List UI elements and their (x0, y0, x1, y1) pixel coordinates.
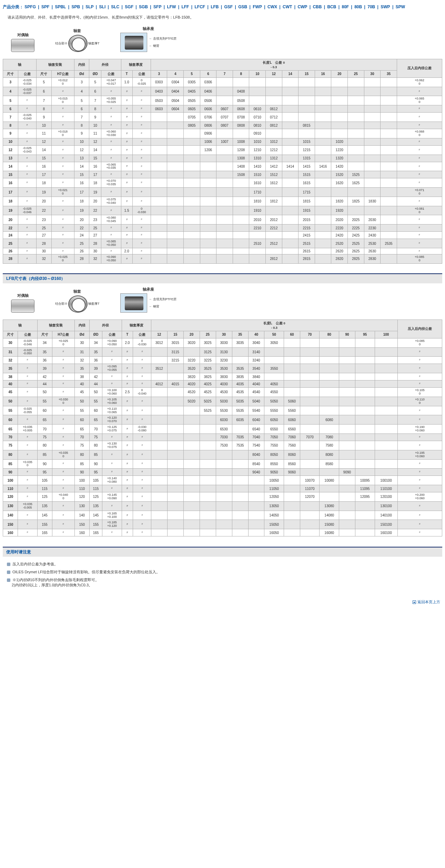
table-row: 120〃125+0.0400120125+0.145+0.090〃〃120501… (3, 492, 442, 502)
category-link[interactable]: CWX (267, 4, 277, 9)
category-link[interactable]: SLP (85, 4, 93, 9)
table-row: 45〃50〃4550+0.100+0.0602.50-0.04045204525… (3, 388, 442, 397)
table-row: 30-0.025-0.04634+0.02503034+0.090+0.0502… (3, 338, 442, 347)
diagram-row: 对偶轴 轴套 结合部※ 轴套厚T 轴承座 ← 含填充剂PTFE层 ← 钢背 (11, 26, 442, 52)
category-link[interactable]: LFB (211, 4, 219, 9)
diagram-row-2: 对偶轴 轴套 结合部※轴套厚T 轴承座 ← 含填充剂PTFE层← 钢背 (11, 287, 442, 313)
usage-note: 请从适用的内径、外径、长度中选择零件号。(例)内径15mm、长度8mm的情况下，… (8, 15, 442, 20)
table-row: 4-0.025-0.0376〃46〃〃〃04030404040504060408… (3, 87, 442, 96)
table-row: 16〃18〃1618+0.070+0.035〃〃1610161216151620… (3, 178, 442, 188)
category-link[interactable]: 80B (354, 4, 362, 9)
diagram-shaft: 对偶轴 (11, 32, 34, 52)
table-row: 55-0.025-0.05560〃5560+0.110+0.065〃〃55255… (3, 406, 442, 415)
diagram-bushing: 轴套 结合部※ 轴套厚T (55, 28, 100, 52)
table-row: 65+0.035+0.00570〃6570+0.125+0.075〃-0.030… (3, 425, 442, 434)
usage-note-item: OILES Drymet LF结合部对于轴旋转没有影响。但尽量避免安装在负荷大的… (7, 568, 442, 576)
table-row: 150〃155〃150155+0.185+0.120〃〃150501508015… (3, 520, 442, 529)
categories-label: 产品分类： (3, 4, 23, 9)
table-row: 8〃10〃810〃〃〃0805080608070808081008120815〃 (3, 122, 442, 129)
category-link[interactable]: SPFG (24, 4, 36, 9)
table-row: 25〃28〃2528+0.085+0.050〃〃2510251225152520… (3, 239, 442, 248)
table-row: 19-0.025-0.04622〃1922〃1.50-0.03019101915… (3, 206, 442, 215)
table-row: 13〃15〃1315〃〃〃13081310131213151320〃 (3, 155, 442, 162)
category-link[interactable]: 70B (367, 4, 375, 9)
table-row: 26〃30〃2630〃2.0〃2615262026252630〃 (3, 248, 442, 254)
product-categories: 产品分类： SPFG | SPF | SPBL | SPB | SLP | SL… (3, 3, 442, 13)
table-row: 22〃25〃2225〃〃〃221022122215222022252230〃 (3, 224, 442, 232)
category-link[interactable]: SPB (71, 4, 80, 9)
category-link[interactable]: SLC (111, 4, 119, 9)
category-link[interactable]: 80F (342, 4, 349, 9)
category-link[interactable]: CWT (283, 4, 292, 9)
spec-table-2: 轴轴套安装内径外径轴套厚度长度L 公差 0- 0.3压入后内径公差尺寸公差尺寸H… (3, 320, 442, 536)
table-row: 24〃27〃2427〃〃〃2415242024252430〃 (3, 232, 442, 239)
table-row: 38〃42〃3842〃〃〃38203825383038353840〃 (3, 373, 442, 380)
table-row: 6〃8〃68〃〃〃0603060406050606060706080610061… (3, 105, 442, 113)
category-link[interactable]: LFF (181, 4, 189, 9)
category-link[interactable]: BCB (327, 4, 336, 9)
table-row: 10〃12〃1012〃〃〃100610071008101010121015102… (3, 138, 442, 145)
arrow-up-icon (413, 600, 416, 604)
table-row: 18〃20〃1820+0.075+0.040〃〃1810181218151820… (3, 197, 442, 206)
category-link[interactable]: SWP (381, 4, 390, 9)
table-row: 40〃44〃4044〃〃〃401240154020402540304035404… (3, 380, 442, 388)
table-row: 31-0.025-0.05035〃3135〃〃〃3115312531303140… (3, 347, 442, 357)
usage-note-item: ※1)内径Ø10不到的内外径倒角去除毛刺程度即可。 2)内径Ø10以上，厚度1.… (7, 576, 442, 589)
table-row: 7-0.025-0.0409〃79〃〃〃07050706070707080710… (3, 113, 442, 122)
category-link[interactable]: SPW (396, 4, 405, 9)
table-row: 20〃23〃2023+0.080+0.045〃〃2010201220152020… (3, 215, 442, 224)
table-row: 28〃32+0.02502832+0.090+0.050〃〃2812281528… (3, 254, 442, 264)
table-row: 70〃75〃7075〃〃〃703070357040705070607070708… (3, 433, 442, 441)
category-link[interactable]: LFCF (194, 4, 205, 9)
table-row: 140〃145〃140145+0.165+0.100〃〃140501408014… (3, 511, 442, 520)
back-to-top[interactable]: 返回本页上方 (3, 589, 442, 607)
category-link[interactable]: SGF (125, 4, 133, 9)
spec-table-1: 轴轴套安装内径外径轴套厚度长度L 公差 0- 0.3压入后内径公差尺寸公差尺寸H… (3, 59, 442, 264)
table-row: 15〃17〃1517〃〃〃150815101512151515201525〃 (3, 171, 442, 178)
category-link[interactable]: GSF (224, 4, 233, 9)
usage-note-item: 压入后内径公差为参考值。 (7, 560, 442, 568)
table-row: 50〃55+0.03005055+0.105+0.060〃〃5020502550… (3, 397, 442, 406)
table-row: 35〃39〃3539+0.095+0.055〃〃3512352035253530… (3, 364, 442, 373)
table-row: 85+0.035090〃8590〃〃〃8540855085608580〃 (3, 459, 442, 469)
category-link[interactable]: CWP (297, 4, 307, 9)
table-row: 100〃105〃100105+0.140+0.080〃〃100501007010… (3, 476, 442, 485)
diagram-housing: 轴承座 ← 含填充剂PTFE层 ← 钢背 (120, 26, 177, 52)
category-link[interactable]: SGB (139, 4, 148, 9)
table-row: 17〃19+0.02101719〃〃〃17101715+0.0710 (3, 188, 442, 197)
table-row: 80〃85+0.03508085〃〃〃8040805080608080+0.19… (3, 450, 442, 459)
table-row: 3-0.025-0.0345+0.012035+0.047+0.0171.00-… (3, 77, 442, 87)
category-link[interactable]: FWP (253, 4, 262, 9)
category-link[interactable]: SPBL (55, 4, 66, 9)
category-link[interactable]: SFP (153, 4, 161, 9)
category-link[interactable]: SLI (99, 4, 106, 9)
table-row: 12-0.025-0.04314〃1214〃〃〃1206120812101212… (3, 145, 442, 155)
table-row: 32〃36〃3236〃〃〃32153220322532303240〃 (3, 357, 442, 364)
table-row: 14〃16〃1416+0.065+0.035〃〃1408141014121414… (3, 162, 442, 171)
table-row: 90〃95〃9095〃〃〃9040905090609090〃 (3, 469, 442, 476)
usage-notes-list: 压入后内径公差为参考值。OILES Drymet LF结合部对于轴旋转没有影响。… (3, 557, 442, 589)
category-link[interactable]: CBB (313, 4, 322, 9)
category-link[interactable]: LFW (167, 4, 176, 9)
table-row: 130+0.035-0.005135〃130135〃〃〃130501308013… (3, 501, 442, 511)
table-row: 110〃115〃110115〃〃〃110501107011095110100〃 (3, 485, 442, 492)
table-row: 5〃7+0.015057+0.055+0.025〃〃05030504050505… (3, 96, 442, 105)
category-link[interactable]: GSB (238, 4, 247, 9)
table-row: 75〃80〃7580+0.130+0.075〃〃7530753575407550… (3, 441, 442, 450)
category-link[interactable]: SPF (41, 4, 49, 9)
table-row: 160〃165〃160165〃〃〃1605016080160100〃 (3, 529, 442, 536)
table-row: 60〃65〃6065+0.120+0.070〃〃6030603560406050… (3, 415, 442, 425)
usage-notes-title: 使用时请注意 (3, 547, 442, 557)
section-title-2: LFB尺寸表（内径Ø30～Ø160） (3, 273, 442, 283)
table-row: 9〃11+0.0180911+0.060+0.030〃〃09060910+0.0… (3, 129, 442, 138)
